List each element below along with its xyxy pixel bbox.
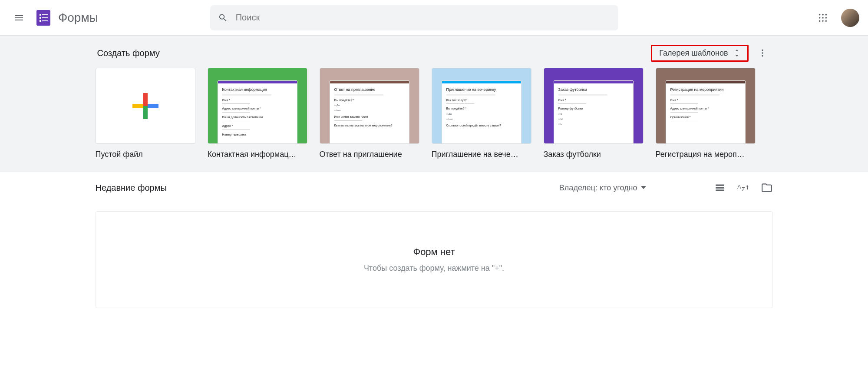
svg-point-10 bbox=[819, 17, 821, 19]
template-card-event[interactable]: Регистрация на мероприятии Имя * Адрес э… bbox=[656, 68, 756, 159]
hamburger-icon bbox=[14, 13, 24, 23]
account-avatar[interactable] bbox=[841, 9, 859, 27]
svg-rect-6 bbox=[42, 20, 48, 21]
template-label: Пустой файл bbox=[96, 150, 195, 159]
svg-rect-4 bbox=[42, 17, 48, 18]
svg-point-8 bbox=[822, 13, 824, 15]
main-menu-button[interactable] bbox=[9, 7, 30, 28]
template-row: Пустой файл Контактная информация Имя * … bbox=[96, 68, 773, 159]
folder-icon bbox=[761, 182, 772, 193]
search-bar[interactable] bbox=[210, 5, 618, 30]
template-label: Регистрация на мероп… bbox=[656, 150, 756, 159]
template-label: Заказ футболки bbox=[544, 150, 644, 159]
template-thumb: Контактная информация Имя * Адрес электр… bbox=[208, 68, 307, 144]
forms-logo bbox=[33, 7, 54, 28]
template-thumb bbox=[96, 68, 195, 144]
template-label: Ответ на приглашение bbox=[320, 150, 419, 159]
search-wrap bbox=[210, 5, 618, 30]
template-card-tshirt[interactable]: Заказ футболки Имя * Размер футболки S M… bbox=[544, 68, 644, 159]
svg-rect-1 bbox=[40, 14, 41, 16]
svg-point-7 bbox=[819, 13, 821, 15]
owner-filter-button[interactable]: Владелец: кто угодно bbox=[559, 183, 646, 193]
svg-point-18 bbox=[762, 55, 763, 57]
svg-text:Z: Z bbox=[742, 186, 745, 193]
open-picker-button[interactable] bbox=[761, 182, 773, 194]
template-thumb: Приглашение на вечеринку Как вас зовут? … bbox=[432, 68, 531, 144]
sort-button[interactable]: AZ bbox=[737, 182, 749, 194]
recent-header: Недавние формы Владелец: кто угодно AZ bbox=[96, 182, 773, 194]
template-card-rsvp[interactable]: Ответ на приглашение Вы придёте? * Да Не… bbox=[320, 68, 419, 159]
dropdown-icon bbox=[641, 186, 646, 189]
more-vert-icon bbox=[758, 48, 767, 58]
list-icon bbox=[714, 182, 726, 193]
template-label: Приглашение на вече… bbox=[432, 150, 531, 159]
svg-point-16 bbox=[762, 50, 763, 51]
empty-state: Форм нет Чтобы создать форму, нажмите на… bbox=[96, 211, 773, 308]
template-card-blank[interactable]: Пустой файл bbox=[96, 68, 195, 159]
templates-section: Создать форму Галерея шаблонов bbox=[0, 36, 868, 172]
templates-title: Создать форму bbox=[97, 48, 160, 58]
template-gallery-label: Галерея шаблонов bbox=[659, 49, 728, 58]
search-input[interactable] bbox=[236, 13, 611, 23]
apps-grid-icon bbox=[818, 13, 828, 23]
svg-text:A: A bbox=[737, 183, 741, 190]
svg-point-9 bbox=[825, 13, 827, 15]
google-apps-button[interactable] bbox=[812, 7, 833, 28]
svg-rect-5 bbox=[40, 20, 41, 22]
svg-point-15 bbox=[825, 20, 827, 22]
template-gallery-button[interactable]: Галерея шаблонов bbox=[651, 45, 748, 62]
recent-section: Недавние формы Владелец: кто угодно AZ Ф… bbox=[0, 172, 868, 318]
app-title: Формы bbox=[58, 11, 98, 25]
svg-point-17 bbox=[762, 52, 763, 54]
owner-filter-label: Владелец: кто угодно bbox=[559, 183, 637, 193]
plus-icon bbox=[132, 93, 158, 119]
recent-title: Недавние формы bbox=[96, 183, 167, 193]
templates-more-button[interactable] bbox=[754, 44, 771, 62]
svg-rect-2 bbox=[42, 14, 48, 15]
template-label: Контактная информац… bbox=[208, 150, 307, 159]
svg-rect-3 bbox=[40, 17, 41, 19]
empty-subtitle: Чтобы создать форму, нажмите на "+". bbox=[105, 264, 764, 273]
unfold-icon bbox=[733, 49, 740, 57]
template-thumb: Регистрация на мероприятии Имя * Адрес э… bbox=[656, 68, 756, 144]
list-view-button[interactable] bbox=[714, 182, 726, 194]
sort-az-icon: AZ bbox=[737, 183, 749, 193]
header: Формы bbox=[0, 0, 868, 36]
template-card-contact[interactable]: Контактная информация Имя * Адрес электр… bbox=[208, 68, 307, 159]
template-thumb: Заказ футболки Имя * Размер футболки S M… bbox=[544, 68, 644, 144]
svg-point-14 bbox=[822, 20, 824, 22]
template-card-party[interactable]: Приглашение на вечеринку Как вас зовут? … bbox=[432, 68, 531, 159]
svg-point-11 bbox=[822, 17, 824, 19]
svg-point-13 bbox=[819, 20, 821, 22]
templates-header: Создать форму Галерея шаблонов bbox=[96, 44, 773, 68]
template-thumb: Ответ на приглашение Вы придёте? * Да Не… bbox=[320, 68, 419, 144]
search-icon bbox=[218, 13, 228, 23]
svg-point-12 bbox=[825, 17, 827, 19]
empty-title: Форм нет bbox=[105, 246, 764, 258]
forms-icon bbox=[35, 9, 52, 27]
